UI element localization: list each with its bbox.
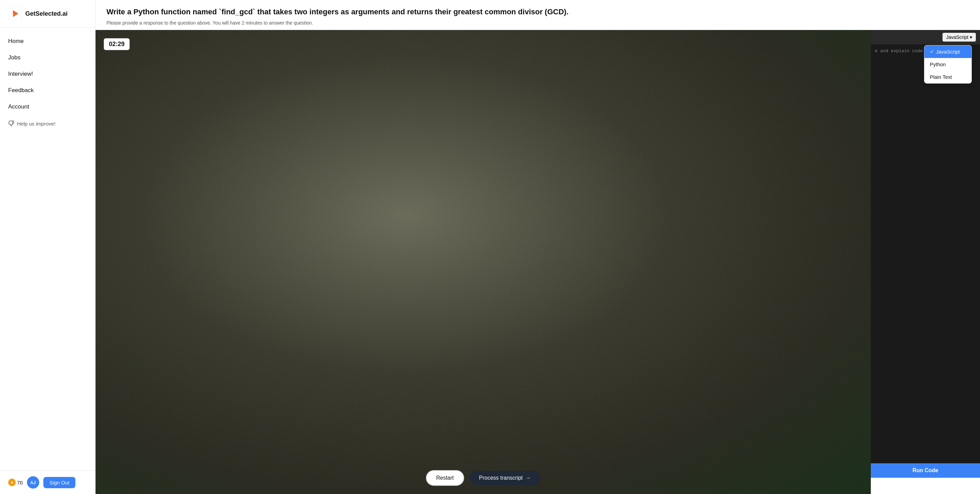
checkmark-icon: ✓ — [930, 49, 934, 54]
signout-button[interactable]: Sign Out — [43, 477, 75, 488]
question-title: Write a Python function named `find_gcd`… — [107, 7, 969, 17]
sidebar-item-interview[interactable]: Interview! — [0, 66, 95, 82]
logo-area: GetSelected.ai — [0, 0, 95, 28]
process-transcript-button[interactable]: Process transcript → — [469, 471, 541, 485]
language-selector-button[interactable]: JavaScript ▾ — [942, 33, 976, 41]
restart-button[interactable]: Restart — [426, 470, 464, 486]
language-option-plaintext[interactable]: Plain Text — [924, 71, 972, 83]
main-content: Write a Python function named `find_gcd`… — [95, 0, 980, 494]
language-option-label: Plain Text — [930, 74, 952, 80]
logo-icon — [8, 7, 22, 21]
code-panel-header: JavaScript ▾ ✓ JavaScript Python P — [871, 30, 980, 44]
content-area: 02:29 Restart Process transcript → JavaS… — [95, 30, 980, 494]
code-editor[interactable]: e and explain code — [871, 44, 980, 463]
coin-icon: ● — [8, 479, 16, 486]
sidebar-item-feedback[interactable]: Feedback — [0, 82, 95, 98]
sidebar-item-home[interactable]: Home — [0, 33, 95, 49]
code-placeholder-text: e and explain code — [875, 48, 923, 54]
help-us-improve-link[interactable]: Help us improve! — [0, 115, 95, 132]
run-code-button[interactable]: Run Code — [871, 463, 980, 478]
coin-count: 70 — [17, 480, 23, 486]
video-feed: 02:29 Restart Process transcript → — [95, 30, 871, 494]
video-controls: Restart Process transcript → — [426, 470, 541, 486]
code-panel: JavaScript ▾ ✓ JavaScript Python P — [871, 30, 980, 494]
code-output-area — [871, 478, 980, 494]
language-option-label: JavaScript — [936, 49, 960, 55]
app-name: GetSelected.ai — [25, 10, 68, 17]
sidebar-item-jobs[interactable]: Jobs — [0, 49, 95, 66]
process-label: Process transcript — [479, 475, 523, 481]
language-option-python[interactable]: Python — [924, 58, 972, 71]
arrow-icon: → — [525, 475, 531, 481]
chevron-down-icon: ▾ — [970, 35, 972, 40]
sidebar-footer: ● 70 AJ Sign Out — [0, 470, 95, 494]
selected-language-label: JavaScript — [946, 35, 969, 40]
coin-balance: ● 70 — [8, 479, 23, 486]
sidebar-nav: Home Jobs Interview! Feedback Account He… — [0, 28, 95, 470]
sidebar-item-account[interactable]: Account — [0, 98, 95, 115]
timer-display: 02:29 — [104, 38, 130, 50]
avatar: AJ — [27, 476, 39, 489]
language-option-javascript[interactable]: ✓ JavaScript — [924, 45, 972, 58]
question-header: Write a Python function named `find_gcd`… — [95, 0, 980, 30]
video-grain-overlay — [95, 30, 871, 494]
thumbsdown-icon — [8, 121, 14, 127]
language-selector-container: JavaScript ▾ ✓ JavaScript Python P — [942, 33, 976, 41]
help-label: Help us improve! — [17, 121, 56, 127]
language-dropdown-menu: ✓ JavaScript Python Plain Text — [924, 45, 972, 84]
sidebar: GetSelected.ai Home Jobs Interview! Feed… — [0, 0, 95, 494]
question-subtitle: Please provide a response to the questio… — [107, 20, 969, 25]
language-option-label: Python — [930, 61, 946, 67]
